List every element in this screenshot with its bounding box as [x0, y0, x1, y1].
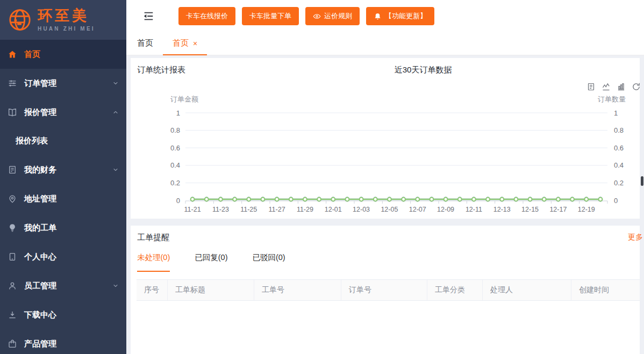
column-header: 工单标题: [168, 280, 254, 300]
sidebar-item-tickets[interactable]: 我的工单: [0, 213, 126, 242]
bar-chart-icon[interactable]: [617, 82, 626, 91]
bell-icon: [374, 12, 382, 20]
svg-text:0.6: 0.6: [170, 144, 180, 152]
chevron-down-icon: [112, 167, 119, 173]
package-icon: [8, 339, 17, 349]
truck-online-quote-button[interactable]: 卡车在线报价: [178, 7, 235, 25]
sidebar-item-quote-list[interactable]: 报价列表: [0, 127, 126, 155]
bulb-icon: [8, 223, 17, 233]
chevron-down-icon: [112, 80, 119, 86]
content-area: 订单统计报表 近30天订单数据 000.20.20.40.40.60.60.80…: [126, 55, 644, 354]
ticket-table-header: 序号工单标题工单号订单号工单分类处理人创建时间: [137, 279, 640, 301]
svg-text:0: 0: [176, 197, 180, 205]
svg-text:0.8: 0.8: [170, 126, 180, 134]
svg-text:11-21: 11-21: [184, 206, 201, 213]
svg-text:11-29: 11-29: [297, 206, 313, 213]
restore-icon[interactable]: [632, 82, 641, 91]
svg-text:12-01: 12-01: [325, 206, 342, 213]
sidebar-item-quotes[interactable]: 报价管理: [0, 98, 126, 127]
button-label: 卡车在线报价: [186, 11, 228, 21]
location-icon: [8, 194, 17, 204]
brand-subtitle: HUAN ZHI MEI: [38, 26, 95, 32]
sidebar-item-staff[interactable]: 员工管理: [0, 271, 126, 300]
more-link[interactable]: 更多: [628, 233, 643, 242]
finance-doc-icon: [8, 165, 17, 175]
tab-label: 首页: [137, 38, 153, 48]
svg-text:订单金额: 订单金额: [170, 95, 198, 103]
ticket-panel-title: 工单提醒: [137, 233, 169, 243]
ticket-tab-0[interactable]: 未处理(0): [137, 252, 170, 272]
column-header: 订单号: [341, 280, 427, 300]
svg-text:0: 0: [614, 197, 618, 205]
close-tab-icon[interactable]: ×: [193, 40, 197, 47]
download-icon: [8, 310, 17, 320]
eye-icon: [313, 12, 321, 20]
sidebar-item-products[interactable]: 产品管理: [0, 329, 126, 354]
button-label: 卡车批量下单: [249, 11, 291, 21]
brand-name: 环至美: [38, 9, 95, 23]
svg-text:12-05: 12-05: [381, 206, 398, 213]
line-chart-icon[interactable]: [602, 82, 611, 91]
svg-text:0.4: 0.4: [170, 161, 180, 169]
panel-title: 订单统计报表: [137, 65, 185, 75]
svg-text:0.8: 0.8: [614, 126, 624, 134]
svg-text:0.6: 0.6: [614, 144, 624, 152]
sidebar-item-orders[interactable]: 订单管理: [0, 69, 126, 98]
sidebar-item-label: 首页: [24, 49, 40, 60]
svg-text:11-25: 11-25: [240, 206, 257, 213]
ticket-table-empty-body: [137, 301, 640, 354]
sidebar: 环至美 HUAN ZHI MEI 首页订单管理报价管理报价列表我的财务地址管理我…: [0, 0, 126, 354]
chevron-up-icon: [112, 109, 119, 115]
sidebar-item-label: 报价管理: [24, 107, 56, 118]
freight-rules-button[interactable]: 运价规则: [305, 7, 360, 25]
svg-text:11-23: 11-23: [212, 206, 229, 213]
svg-text:12-19: 12-19: [578, 206, 595, 213]
sidebar-subitem-label: 报价列表: [16, 136, 48, 146]
order-stats-panel: 订单统计报表 近30天订单数据 000.20.20.40.40.60.60.80…: [131, 58, 640, 219]
column-header: 处理人: [483, 280, 571, 300]
sidebar-item-finance[interactable]: 我的财务: [0, 155, 126, 184]
page-tab-0[interactable]: 首页: [127, 32, 163, 55]
sidebar-item-label: 我的财务: [24, 165, 56, 175]
svg-text:0.2: 0.2: [614, 179, 624, 187]
globe-logo-icon: [8, 8, 32, 32]
svg-text:12-07: 12-07: [409, 206, 426, 213]
home-icon: [8, 49, 17, 59]
sidebar-item-downloads[interactable]: 下载中心: [0, 300, 126, 329]
sidebar-item-label: 下载中心: [24, 310, 56, 320]
svg-text:11-27: 11-27: [269, 206, 285, 213]
sidebar-item-label: 个人中心: [24, 252, 56, 262]
sliders-icon: [8, 78, 17, 88]
ticket-tab-1[interactable]: 已回复(0): [195, 252, 227, 272]
svg-text:12-03: 12-03: [353, 206, 370, 213]
scrollbar-thumb[interactable]: [641, 176, 643, 186]
truck-batch-order-button[interactable]: 卡车批量下单: [242, 7, 299, 25]
svg-text:12-17: 12-17: [549, 206, 567, 213]
sidebar-item-label: 员工管理: [24, 281, 56, 291]
chart-toolbox: [586, 82, 641, 91]
ticket-tabs: 未处理(0)已回复(0)已驳回(0): [137, 252, 310, 272]
user-icon: [8, 281, 17, 291]
button-label: 运价规则: [324, 11, 352, 21]
svg-text:0.2: 0.2: [170, 179, 180, 187]
main-area: 卡车在线报价卡车批量下单运价规则【功能更新】 首页首页× 订单统计报表 近30天…: [126, 0, 644, 354]
column-header: 序号: [137, 280, 168, 300]
ticket-table: 序号工单标题工单号订单号工单分类处理人创建时间: [137, 279, 640, 354]
logo[interactable]: 环至美 HUAN ZHI MEI: [0, 0, 126, 40]
column-header: 工单分类: [427, 280, 483, 300]
svg-text:订单数量: 订单数量: [598, 95, 626, 103]
svg-text:0.4: 0.4: [614, 161, 624, 169]
sidebar-item-label: 订单管理: [24, 78, 56, 89]
ticket-tab-2[interactable]: 已驳回(0): [252, 252, 285, 272]
sidebar-item-label: 地址管理: [24, 194, 56, 204]
page-tab-1[interactable]: 首页×: [163, 32, 207, 55]
collapse-sidebar-icon[interactable]: [142, 10, 154, 22]
sidebar-item-profile[interactable]: 个人中心: [0, 242, 126, 271]
sidebar-item-home[interactable]: 首页: [0, 40, 126, 69]
feature-update-button[interactable]: 【功能更新】: [366, 7, 434, 25]
column-header: 创建时间: [571, 280, 640, 300]
app-root: 环至美 HUAN ZHI MEI 首页订单管理报价管理报价列表我的财务地址管理我…: [0, 0, 644, 354]
sidebar-item-address[interactable]: 地址管理: [0, 184, 126, 213]
data-view-icon[interactable]: [586, 82, 596, 91]
button-label: 【功能更新】: [385, 11, 427, 21]
